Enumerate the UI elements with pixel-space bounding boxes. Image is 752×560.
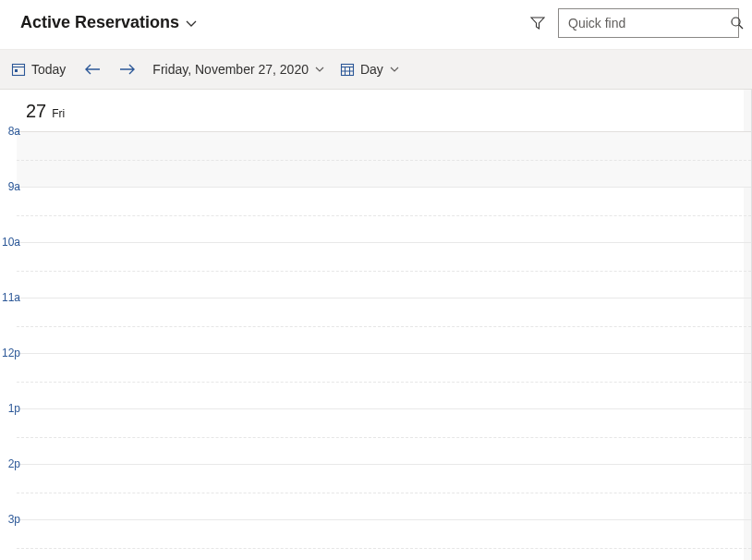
hour-row[interactable]: 10a	[17, 242, 751, 298]
half-hour-line	[17, 493, 751, 493]
calendar-area: 27 Fri 8a9a10a11a12p1p2p3p	[0, 90, 752, 560]
hour-row[interactable]: 9a	[17, 187, 751, 242]
hour-row[interactable]: 3p	[17, 519, 751, 560]
filter-button[interactable]	[523, 8, 552, 38]
chevron-down-icon	[314, 64, 325, 75]
hour-row[interactable]: 2p	[17, 464, 751, 519]
chevron-down-icon	[389, 64, 400, 75]
hour-label: 3p	[0, 513, 20, 526]
hour-row[interactable]: 8a	[17, 131, 751, 187]
half-hour-line	[17, 548, 751, 549]
hour-row[interactable]: 1p	[17, 408, 751, 464]
search-input[interactable]	[568, 16, 730, 30]
calendar-today-icon	[11, 62, 26, 77]
next-button[interactable]	[112, 50, 143, 89]
svg-rect-5	[341, 65, 353, 76]
calendar-toolbar: Today Friday, November 27, 2020 Day	[0, 50, 752, 90]
hour-label: 8a	[0, 125, 20, 138]
page-header: Active Reservations	[0, 0, 752, 50]
hour-row[interactable]: 12p	[17, 353, 751, 408]
calendar-grid-icon	[340, 62, 355, 77]
view-picker[interactable]: Day	[334, 50, 406, 89]
date-picker[interactable]: Friday, November 27, 2020	[147, 50, 331, 89]
hour-label: 2p	[0, 457, 20, 470]
day-header: 27 Fri	[0, 90, 751, 131]
hour-label: 9a	[0, 180, 20, 193]
prev-button[interactable]	[77, 50, 108, 89]
chevron-down-icon	[185, 17, 198, 30]
hour-label: 10a	[0, 236, 20, 249]
svg-rect-2	[13, 65, 25, 76]
half-hour-line	[17, 437, 751, 438]
arrow-right-icon	[119, 63, 136, 76]
hour-label: 12p	[0, 347, 20, 359]
svg-rect-4	[15, 69, 18, 72]
half-hour-line	[17, 271, 751, 272]
hour-label: 11a	[0, 291, 20, 304]
svg-point-0	[732, 18, 740, 26]
today-label: Today	[31, 62, 66, 77]
time-grid[interactable]: 8a9a10a11a12p1p2p3p	[17, 131, 751, 560]
today-button[interactable]: Today	[4, 50, 73, 89]
search-icon[interactable]	[730, 14, 745, 32]
page-title: Active Reservations	[20, 13, 179, 32]
view-label: Day	[360, 62, 383, 77]
half-hour-line	[17, 160, 751, 161]
funnel-icon	[530, 16, 545, 30]
day-number: 27	[26, 101, 46, 122]
svg-line-1	[739, 25, 743, 29]
view-selector[interactable]: Active Reservations	[20, 13, 198, 32]
half-hour-line	[17, 215, 751, 216]
day-name: Fri	[52, 107, 65, 120]
quick-find-search[interactable]	[558, 8, 739, 38]
arrow-left-icon	[84, 63, 101, 76]
hour-row[interactable]: 11a	[17, 298, 751, 353]
half-hour-line	[17, 382, 751, 383]
hour-label: 1p	[0, 402, 20, 415]
current-date-label: Friday, November 27, 2020	[152, 62, 309, 77]
half-hour-line	[17, 326, 751, 327]
